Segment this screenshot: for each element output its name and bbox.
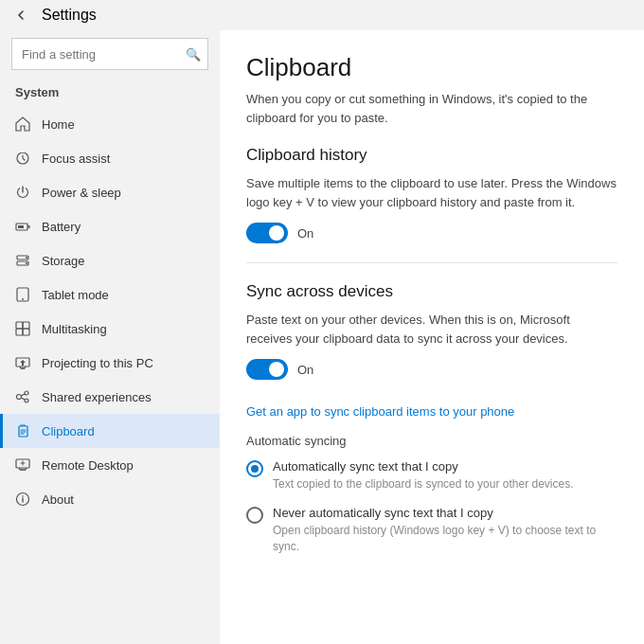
- svg-point-7: [22, 298, 24, 300]
- search-input[interactable]: [11, 38, 208, 70]
- sync-devices-toggle-row: On: [246, 359, 617, 380]
- sidebar-item-focus-assist[interactable]: Focus assist: [0, 141, 220, 175]
- shared-experiences-icon: [15, 389, 30, 404]
- focus-assist-icon: [15, 151, 30, 166]
- remote-desktop-icon: [15, 457, 30, 473]
- svg-point-19: [22, 495, 24, 497]
- battery-icon: [15, 219, 30, 234]
- sidebar-item-power-sleep[interactable]: Power & sleep: [0, 175, 220, 209]
- svg-point-5: [26, 262, 27, 264]
- sidebar-item-about-label: About: [42, 492, 74, 507]
- radio-auto-sync-desc: Text copied to the clipboard is synced t…: [273, 476, 574, 492]
- sidebar-item-tablet-mode[interactable]: Tablet mode: [0, 277, 220, 312]
- radio-auto-sync-content: Automatically sync text that I copy Text…: [273, 459, 574, 492]
- projecting-icon: [15, 355, 30, 370]
- clipboard-history-description: Save multiple items to the clipboard to …: [246, 174, 617, 211]
- radio-option-never-sync: Never automatically sync text that I cop…: [246, 506, 617, 555]
- sidebar-item-battery[interactable]: Battery: [0, 209, 220, 243]
- search-icon: 🔍: [186, 47, 201, 62]
- sidebar-item-projecting-label: Projecting to this PC: [42, 356, 153, 370]
- sidebar-item-remote-desktop[interactable]: Remote Desktop: [0, 448, 220, 482]
- svg-rect-8: [16, 322, 23, 329]
- svg-point-14: [25, 391, 28, 395]
- sidebar-item-clipboard-label: Clipboard: [42, 424, 95, 438]
- title-bar: Settings: [0, 0, 644, 30]
- sidebar-item-home[interactable]: Home: [0, 107, 220, 141]
- sync-devices-description: Paste text on your other devices. When t…: [246, 311, 617, 348]
- sidebar-item-shared-experiences[interactable]: Shared experiences: [0, 380, 220, 414]
- storage-icon: [15, 253, 30, 268]
- sidebar-item-storage-label: Storage: [42, 254, 85, 268]
- sidebar-item-power-sleep-label: Power & sleep: [42, 186, 121, 200]
- main-layout: 🔍 System Home Focus assist: [0, 30, 644, 644]
- page-title: Clipboard: [246, 53, 617, 82]
- svg-point-15: [25, 399, 28, 402]
- section-divider-1: [246, 262, 617, 263]
- svg-rect-11: [23, 329, 29, 335]
- title-bar-label: Settings: [42, 7, 97, 24]
- radio-option-auto-sync: Automatically sync text that I copy Text…: [246, 459, 617, 492]
- power-icon: [15, 185, 30, 200]
- sidebar-item-multitasking-label: Multitasking: [42, 322, 107, 336]
- clipboard-history-title: Clipboard history: [246, 146, 617, 165]
- radio-never-sync-content: Never automatically sync text that I cop…: [273, 506, 617, 555]
- clipboard-icon: [15, 423, 30, 438]
- sidebar: 🔍 System Home Focus assist: [0, 30, 220, 644]
- radio-never-sync-desc: Open clipboard history (Windows logo key…: [273, 523, 617, 555]
- home-icon: [15, 116, 30, 132]
- clipboard-history-toggle-row: On: [246, 223, 617, 243]
- sync-devices-title: Sync across devices: [246, 282, 617, 301]
- sidebar-item-about[interactable]: About: [0, 482, 220, 516]
- back-icon: [15, 9, 27, 21]
- svg-rect-1: [18, 225, 24, 228]
- svg-point-13: [17, 395, 22, 400]
- sidebar-item-home-label: Home: [42, 117, 75, 132]
- sidebar-item-battery-label: Battery: [42, 220, 80, 234]
- back-button[interactable]: [8, 2, 34, 28]
- radio-auto-sync[interactable]: [246, 460, 263, 477]
- svg-point-4: [26, 257, 27, 259]
- sidebar-item-clipboard[interactable]: Clipboard: [0, 414, 220, 448]
- sidebar-item-multitasking[interactable]: Multitasking: [0, 312, 220, 346]
- multitasking-icon: [15, 321, 30, 336]
- clipboard-history-toggle-label: On: [297, 226, 313, 241]
- radio-never-sync[interactable]: [246, 507, 263, 524]
- sidebar-search: 🔍: [11, 38, 208, 70]
- auto-sync-label: Automatic syncing: [246, 434, 617, 448]
- sidebar-section-label: System: [0, 81, 220, 107]
- svg-rect-9: [23, 322, 29, 329]
- sync-devices-toggle[interactable]: [246, 359, 288, 380]
- sidebar-item-projecting[interactable]: Projecting to this PC: [0, 346, 220, 380]
- sync-devices-toggle-label: On: [297, 363, 313, 377]
- content-area: Clipboard When you copy or cut something…: [220, 30, 644, 644]
- radio-never-sync-title: Never automatically sync text that I cop…: [273, 506, 617, 520]
- sync-app-link[interactable]: Get an app to sync clipboard items to yo…: [246, 404, 514, 419]
- about-icon: [15, 492, 30, 507]
- page-description: When you copy or cut something in Window…: [246, 90, 617, 127]
- sidebar-item-shared-experiences-label: Shared experiences: [42, 390, 152, 404]
- svg-rect-10: [16, 329, 23, 335]
- sidebar-item-storage[interactable]: Storage: [0, 243, 220, 277]
- clipboard-history-toggle[interactable]: [246, 223, 288, 243]
- sidebar-item-focus-assist-label: Focus assist: [42, 152, 110, 166]
- sidebar-item-tablet-mode-label: Tablet mode: [42, 288, 109, 302]
- sidebar-item-remote-desktop-label: Remote Desktop: [42, 458, 134, 473]
- radio-auto-sync-title: Automatically sync text that I copy: [273, 459, 574, 474]
- tablet-icon: [15, 287, 30, 302]
